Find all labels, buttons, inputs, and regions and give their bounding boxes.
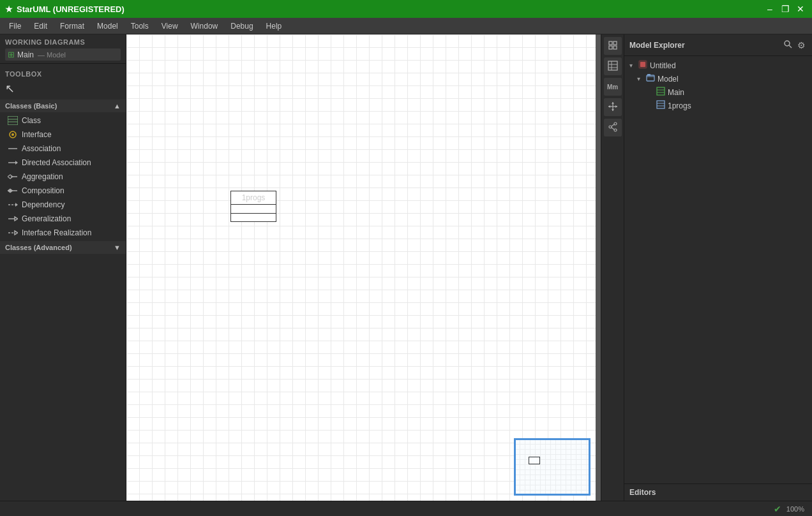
zoom-label: 100% — [786, 505, 804, 513]
left-panel: Working Diagrams ⊞ Main — Model Toolbox … — [0, 34, 126, 501]
section-classes-basic[interactable]: Classes (Basic) ▲ — [0, 100, 126, 112]
minimize-button[interactable]: – — [763, 3, 776, 15]
move-button[interactable] — [604, 98, 622, 116]
interface-icon — [8, 129, 18, 140]
center-area: 1progs — [126, 34, 601, 501]
tool-interface-realization-label: Interface Realization — [22, 228, 91, 237]
toolbox-title: Toolbox — [0, 68, 126, 79]
tool-interface-label: Interface — [22, 130, 52, 139]
canvas[interactable]: 1progs — [126, 34, 596, 501]
canvas-container[interactable]: 1progs — [126, 34, 601, 501]
svg-point-33 — [609, 126, 612, 128]
titlebar-left: ★ StarUML (UNREGISTERED) — [5, 4, 124, 14]
editors-title: Editors — [629, 488, 807, 497]
dependency-icon — [8, 200, 18, 210]
model-explorer-title: Model Explorer — [629, 41, 685, 50]
tool-composition-label: Composition — [22, 186, 64, 195]
uml-class-box[interactable]: 1progs — [230, 191, 276, 222]
tool-aggregation[interactable]: Aggregation — [0, 170, 126, 184]
share-icon — [608, 122, 618, 134]
diagram-icon: ⊞ — [8, 50, 15, 59]
tool-interface-realization[interactable]: Interface Realization — [0, 226, 126, 240]
tool-dependency[interactable]: Dependency — [0, 198, 126, 212]
svg-marker-15 — [15, 217, 18, 221]
menu-help[interactable]: Help — [260, 20, 289, 32]
tool-association[interactable]: Association — [0, 142, 126, 156]
editors-section: Editors — [624, 483, 812, 501]
gear-icon: ⚙ — [797, 40, 806, 50]
status-zoom: 100% — [786, 505, 804, 513]
star-icon: ★ — [5, 4, 13, 14]
svg-marker-7 — [15, 161, 18, 165]
tool-composition[interactable]: Composition — [0, 184, 126, 198]
tool-aggregation-label: Aggregation — [22, 172, 63, 181]
tree-area: ▾ Untitled ▾ — [624, 56, 812, 483]
svg-point-4 — [11, 133, 14, 136]
uml-class-methods — [231, 214, 276, 221]
settings-button[interactable]: ⚙ — [796, 39, 807, 52]
app-title: StarUML (UNREGISTERED) — [17, 4, 124, 14]
tree-item-1progs[interactable]: 1progs — [624, 99, 812, 112]
section-collapse-icon: ▲ — [114, 102, 121, 110]
tree-item-main[interactable]: Main — [624, 85, 812, 99]
diagram-item-main[interactable]: ⊞ Main — Model — [5, 48, 121, 61]
cursor-tool[interactable]: ↖ — [0, 79, 126, 98]
minimap — [514, 438, 590, 496]
mm-icon: Mm — [607, 84, 618, 91]
metamodel-button[interactable]: Mm — [604, 78, 622, 96]
tree-item-untitled[interactable]: ▾ Untitled — [624, 59, 812, 72]
section-classes-advanced[interactable]: Classes (Advanced) ▼ — [0, 241, 126, 254]
search-button[interactable] — [782, 38, 793, 52]
svg-rect-42 — [647, 74, 650, 76]
svg-rect-43 — [657, 87, 665, 95]
svg-rect-21 — [613, 46, 617, 49]
close-button[interactable]: ✕ — [794, 3, 807, 15]
svg-marker-28 — [612, 102, 614, 104]
menubar: File Edit Format Model Tools View Window… — [0, 18, 812, 34]
statusbar: ✔ 100% — [0, 501, 812, 516]
aggregation-icon — [8, 172, 18, 182]
titlebar-controls: – ❐ ✕ — [763, 3, 807, 15]
tree-toggle-model: ▾ — [637, 75, 643, 82]
working-diagrams-title: Working Diagrams — [5, 38, 121, 46]
svg-point-32 — [614, 122, 617, 125]
svg-line-38 — [789, 45, 792, 48]
svg-marker-29 — [612, 109, 614, 111]
svg-rect-46 — [657, 101, 665, 108]
uml-class-name: 1progs — [231, 191, 276, 205]
main-layout: Working Diagrams ⊞ Main — Model Toolbox … — [0, 34, 812, 501]
tool-dependency-label: Dependency — [22, 200, 64, 209]
puzzle-icon — [608, 40, 618, 52]
menu-window[interactable]: Window — [184, 20, 225, 32]
svg-marker-30 — [608, 105, 610, 108]
tree-label-model: Model — [658, 75, 679, 84]
share-button[interactable] — [604, 119, 622, 136]
tool-interface[interactable]: Interface — [0, 128, 126, 142]
svg-rect-41 — [647, 75, 654, 81]
tool-class[interactable]: Class — [0, 114, 126, 128]
right-icons: Mm — [601, 34, 624, 501]
grid-icon — [608, 61, 618, 73]
extensions-button[interactable] — [604, 37, 622, 55]
minimap-content — [515, 439, 590, 495]
menu-edit[interactable]: Edit — [27, 20, 54, 32]
restore-button[interactable]: ❐ — [779, 3, 792, 15]
tool-generalization[interactable]: Generalization — [0, 212, 126, 226]
menu-format[interactable]: Format — [54, 20, 91, 32]
menu-file[interactable]: File — [3, 20, 27, 32]
diagrams-button[interactable] — [604, 57, 622, 75]
menu-view[interactable]: View — [155, 20, 184, 32]
tree-item-model[interactable]: ▾ Model — [624, 72, 812, 85]
move-icon — [608, 101, 618, 114]
right-panel: Model Explorer ⚙ ▾ — [624, 34, 812, 501]
search-icon — [783, 40, 792, 50]
menu-tools[interactable]: Tools — [124, 20, 155, 32]
cursor-icon: ↖ — [5, 82, 15, 95]
tool-directed-association[interactable]: Directed Association — [0, 156, 126, 170]
minimap-viewport — [515, 439, 590, 495]
menu-model[interactable]: Model — [91, 20, 124, 32]
menu-debug[interactable]: Debug — [224, 20, 259, 32]
section-advanced-collapse-icon: ▼ — [114, 244, 121, 251]
tree-label-main: Main — [668, 88, 684, 97]
check-icon: ✔ — [774, 504, 781, 514]
